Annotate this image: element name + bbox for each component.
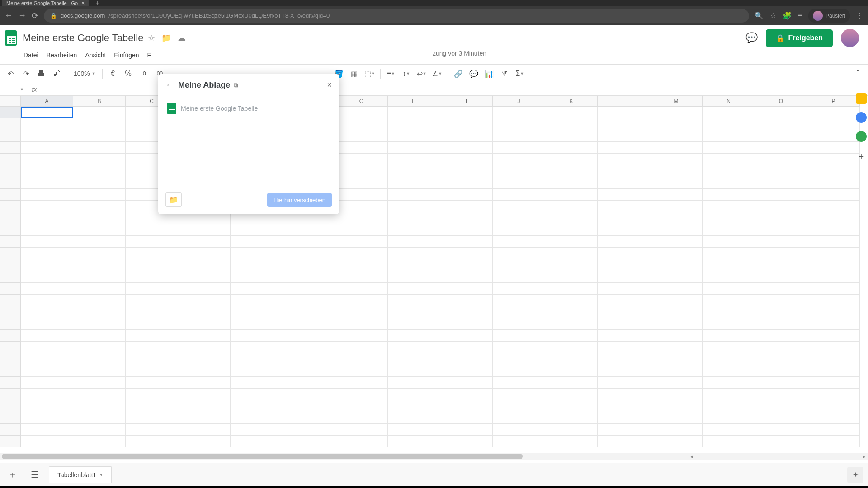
cell[interactable] (703, 400, 755, 412)
cell[interactable] (650, 342, 703, 353)
cell[interactable] (126, 306, 178, 318)
row-header[interactable] (0, 107, 21, 118)
cell[interactable] (231, 389, 283, 400)
cell[interactable] (650, 201, 703, 212)
cell[interactable] (73, 412, 126, 424)
cell[interactable] (650, 212, 703, 224)
cell[interactable] (650, 165, 703, 177)
cell[interactable] (703, 236, 755, 248)
cell[interactable] (545, 306, 598, 318)
cell[interactable] (807, 248, 860, 259)
cell[interactable] (440, 424, 493, 436)
cell[interactable] (755, 165, 807, 177)
cell[interactable] (21, 412, 73, 424)
cell[interactable] (807, 424, 860, 436)
cell[interactable] (335, 177, 388, 189)
row-header[interactable] (0, 353, 21, 365)
cell[interactable] (126, 436, 178, 447)
contacts-icon[interactable] (856, 131, 867, 142)
cell[interactable] (388, 330, 440, 342)
filter-icon[interactable]: ⧩ (498, 67, 511, 80)
row-header[interactable] (0, 130, 21, 142)
cell[interactable] (598, 118, 650, 130)
cell[interactable] (21, 400, 73, 412)
last-edit-label[interactable]: zung vor 3 Minuten (433, 50, 848, 61)
cell[interactable] (598, 212, 650, 224)
cell[interactable] (231, 330, 283, 342)
cell[interactable] (493, 318, 545, 330)
cell[interactable] (73, 306, 126, 318)
cell[interactable] (335, 248, 388, 259)
cell[interactable] (178, 342, 231, 353)
cell[interactable] (755, 118, 807, 130)
cell[interactable] (388, 318, 440, 330)
cell[interactable] (755, 436, 807, 447)
add-addon-icon[interactable]: ＋ (857, 150, 866, 162)
cell[interactable] (126, 342, 178, 353)
cell[interactable] (650, 224, 703, 236)
column-header[interactable]: G (335, 96, 388, 106)
row-header[interactable] (0, 154, 21, 165)
cell[interactable] (21, 436, 73, 447)
cell[interactable] (650, 118, 703, 130)
cell[interactable] (493, 189, 545, 201)
cell[interactable] (440, 365, 493, 377)
cell[interactable] (126, 424, 178, 436)
cell[interactable] (178, 318, 231, 330)
cell[interactable] (598, 259, 650, 271)
cell[interactable] (21, 389, 73, 400)
cell[interactable] (807, 224, 860, 236)
row-header[interactable] (0, 212, 21, 224)
cell[interactable] (545, 295, 598, 306)
cell[interactable] (335, 107, 388, 118)
cell[interactable] (388, 177, 440, 189)
cell[interactable] (126, 236, 178, 248)
cell[interactable] (755, 283, 807, 295)
cell[interactable] (703, 342, 755, 353)
row-header[interactable] (0, 165, 21, 177)
all-sheets-icon[interactable]: ☰ (27, 468, 42, 482)
cell[interactable] (440, 177, 493, 189)
cell[interactable] (755, 389, 807, 400)
cell[interactable] (335, 118, 388, 130)
cell[interactable] (440, 283, 493, 295)
cell[interactable] (388, 295, 440, 306)
cell[interactable] (440, 295, 493, 306)
cell[interactable] (126, 412, 178, 424)
cell[interactable] (178, 400, 231, 412)
cell[interactable] (73, 259, 126, 271)
cell[interactable] (283, 295, 335, 306)
cell[interactable] (807, 189, 860, 201)
cell[interactable] (493, 259, 545, 271)
cell[interactable] (21, 283, 73, 295)
cell[interactable] (493, 342, 545, 353)
cell[interactable] (650, 189, 703, 201)
cell[interactable] (73, 224, 126, 236)
cell[interactable] (493, 412, 545, 424)
cell[interactable] (807, 306, 860, 318)
cell[interactable] (493, 142, 545, 154)
cell[interactable] (598, 107, 650, 118)
percent-icon[interactable]: % (122, 67, 135, 80)
cell[interactable] (231, 259, 283, 271)
cell[interactable] (703, 212, 755, 224)
cell[interactable] (231, 295, 283, 306)
cell[interactable] (440, 436, 493, 447)
row-header[interactable] (0, 424, 21, 436)
cell[interactable] (283, 318, 335, 330)
cell[interactable] (388, 107, 440, 118)
kebab-menu-icon[interactable]: ⋮ (856, 11, 863, 20)
cell[interactable] (493, 236, 545, 248)
cell[interactable] (178, 259, 231, 271)
row-header[interactable] (0, 142, 21, 154)
scroll-left-icon[interactable]: ◂ (688, 454, 695, 460)
cell[interactable] (21, 353, 73, 365)
cell[interactable] (598, 248, 650, 259)
cell[interactable] (178, 412, 231, 424)
cell[interactable] (21, 377, 73, 389)
row-header[interactable] (0, 295, 21, 306)
cell[interactable] (650, 283, 703, 295)
cell[interactable] (807, 436, 860, 447)
cell[interactable] (178, 271, 231, 283)
select-all-corner[interactable] (0, 96, 21, 107)
